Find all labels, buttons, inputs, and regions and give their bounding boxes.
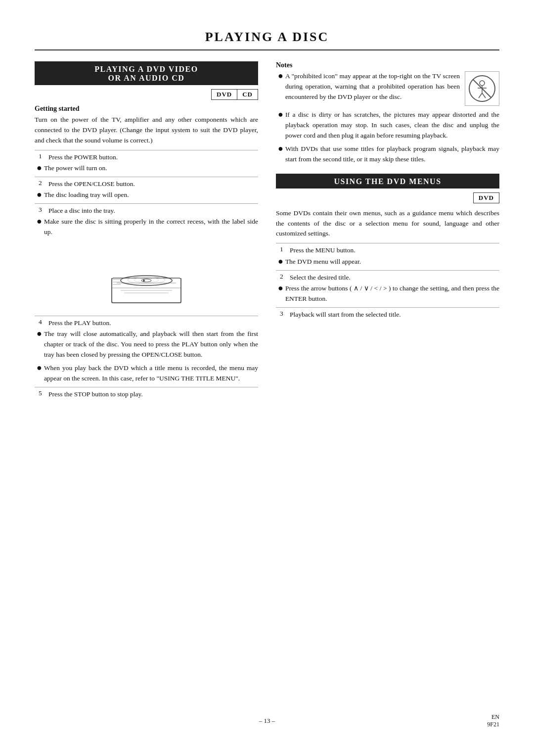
content-columns: PLAYING A DVD VIDEO OR AN AUDIO CD DVD C… (35, 61, 499, 400)
step-5-number: 5 (35, 389, 48, 397)
step-1-number: 1 (35, 152, 48, 160)
step-4-bullet-text: The tray will close automatically, and p… (44, 329, 258, 360)
step-3-row: 3 Place a disc into the tray. (35, 203, 258, 217)
prohibited-icon-box (465, 71, 499, 106)
dvd-step-1-row: 1 Press the MENU button. (276, 243, 499, 256)
dvd-menus-header: USING THE DVD MENUS (276, 174, 499, 189)
step-4-extra-text: When you play back the DVD which a title… (44, 363, 258, 384)
note-3-text: With DVDs that use some titles for playb… (285, 144, 499, 165)
note-1-bullet: ● A "prohibited icon" may appear at the … (276, 71, 460, 102)
page-footer: – 13 – EN 9F21 (0, 713, 534, 729)
dvd-step-2-number: 2 (276, 273, 290, 281)
left-section-header: PLAYING A DVD VIDEO OR AN AUDIO CD (35, 61, 258, 85)
step-1-row: 1 Press the POWER button. (35, 150, 258, 163)
step-2-bullet: ● The disc loading tray will open. (35, 190, 258, 200)
bullet-dot-4: ● (37, 329, 42, 339)
notes-header: Notes (276, 61, 499, 69)
dvd-step-1-text: Press the MENU button. (290, 245, 356, 255)
dvd-menus-title: USING THE DVD MENUS (334, 177, 441, 186)
step-3-number: 3 (35, 206, 48, 214)
dvd-badge-menus: DVD (473, 192, 499, 203)
footer-page-number: – 13 – (189, 717, 344, 725)
step-3-text: Place a disc into the tray. (48, 206, 115, 216)
footer-lang: EN (491, 713, 499, 720)
dvd-step-1-number: 1 (276, 245, 290, 253)
svg-text:♦: ♦ (142, 278, 145, 283)
subsection-heading: Getting started (35, 105, 258, 113)
step-4-row: 4 Press the PLAY button. (35, 316, 258, 329)
note-3-bullet: ● With DVDs that use some titles for pla… (276, 144, 499, 165)
step-2-number: 2 (35, 179, 48, 187)
step-3-bullet-text: Make sure the disc is sitting properly i… (44, 217, 258, 237)
bullet-dot-4b: ● (37, 363, 42, 373)
prohibited-svg (468, 74, 496, 103)
right-column: Notes ● A "prohibited icon" may appear a… (276, 61, 499, 400)
page: PLAYING A DISC PLAYING A DVD VIDEO OR AN… (0, 0, 534, 756)
footer-code: 9F21 (487, 721, 499, 728)
page-title-container: PLAYING A DISC (35, 30, 499, 50)
cd-badge: CD (237, 89, 258, 100)
svg-point-18 (480, 81, 485, 86)
dvd-step-1-bullet-text: The DVD menu will appear. (285, 257, 361, 267)
svg-line-21 (479, 93, 482, 98)
note-1-with-icon: ● A "prohibited icon" may appear at the … (276, 71, 499, 106)
dvd-step-3-row: 3 Playback will start from the selected … (276, 307, 499, 321)
dvd-step-2-text: Select the desired title. (290, 273, 351, 283)
step-2-row: 2 Press the OPEN/CLOSE button. (35, 177, 258, 190)
disc-svg: ♦ (102, 243, 191, 308)
note-2-text: If a disc is dirty or has scratches, the… (285, 110, 499, 141)
step-1-text: Press the POWER button. (48, 152, 118, 162)
dvd-step-2-bullet: ● Press the arrow buttons ( ∧ / ∨ / < / … (276, 284, 499, 304)
left-column: PLAYING A DVD VIDEO OR AN AUDIO CD DVD C… (35, 61, 258, 400)
step-4-extra-bullet: ● When you play back the DVD which a tit… (35, 363, 258, 384)
note-bullet-2: ● (278, 110, 283, 120)
step-1-bullet: ● The power will turn on. (35, 163, 258, 174)
step-4-number: 4 (35, 318, 48, 326)
bullet-dot-1: ● (37, 163, 42, 173)
note-1-text-part: ● A "prohibited icon" may appear at the … (276, 71, 460, 105)
dvd-menus-intro: Some DVDs contain their own menus, such … (276, 208, 499, 239)
dvd-badge-row: DVD (276, 192, 499, 203)
step-3-bullet: ● Make sure the disc is sitting properly… (35, 217, 258, 237)
bullet-dot-2: ● (37, 190, 42, 200)
dvd-step-2-row: 2 Select the desired title. (276, 270, 499, 284)
step-5-text: Press the STOP button to stop play. (48, 389, 143, 399)
badge-row: DVD CD (35, 89, 258, 100)
dvd-step-2-bullet-text: Press the arrow buttons ( ∧ / ∨ / < / > … (285, 284, 499, 304)
step-1-bullet-text: The power will turn on. (44, 163, 107, 174)
note-2-bullet: ● If a disc is dirty or has scratches, t… (276, 110, 499, 141)
page-title: PLAYING A DISC (205, 30, 329, 44)
svg-line-22 (482, 93, 486, 98)
bullet-dot-3: ● (37, 217, 42, 227)
note-1-text: A "prohibited icon" may appear at the to… (285, 71, 460, 102)
left-section-line1: PLAYING A DVD VIDEO (94, 65, 198, 73)
step-4-bullet: ● The tray will close automatically, and… (35, 329, 258, 360)
step-2-bullet-text: The disc loading tray will open. (44, 190, 129, 200)
step-2-text: Press the OPEN/CLOSE button. (48, 179, 135, 189)
dvd-bullet-1: ● (278, 257, 283, 267)
dvd-badge: DVD (211, 89, 237, 100)
step-5-row: 5 Press the STOP button to stop play. (35, 387, 258, 400)
dvd-step-3-text: Playback will start from the selected ti… (290, 310, 401, 320)
notes-section: Notes ● A "prohibited icon" may appear a… (276, 61, 499, 165)
disc-illustration: ♦ (102, 243, 191, 310)
dvd-bullet-2: ● (278, 284, 283, 293)
step-4-text: Press the PLAY button. (48, 318, 111, 328)
intro-text: Turn on the power of the TV, amplifier a… (35, 115, 258, 146)
dvd-step-1-bullet: ● The DVD menu will appear. (276, 257, 499, 267)
svg-point-3 (121, 276, 172, 285)
dvd-step-3-number: 3 (276, 310, 290, 318)
footer-right: EN 9F21 (345, 713, 499, 729)
note-bullet-1: ● (278, 71, 283, 81)
left-section-line2: OR AN AUDIO CD (108, 74, 185, 82)
note-bullet-3: ● (278, 144, 283, 154)
